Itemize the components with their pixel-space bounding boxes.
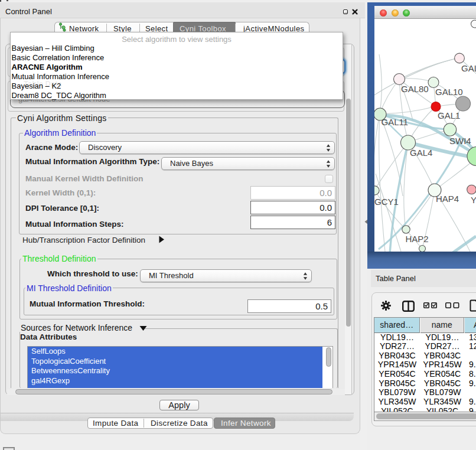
svg-text:Y: Y (471, 195, 476, 205)
svg-text:SWI4: SWI4 (449, 136, 471, 146)
svg-text:GCY1: GCY1 (374, 197, 399, 207)
svg-text:GAL1: GAL1 (438, 110, 460, 120)
svg-text:GAL7: GAL7 (461, 63, 476, 73)
svg-text:HAP2: HAP2 (406, 234, 429, 244)
svg-text:GAL10: GAL10 (435, 87, 463, 97)
svg-text:GAL11: GAL11 (382, 117, 409, 127)
svg-text:HAP4: HAP4 (436, 194, 459, 204)
svg-text:GAL4: GAL4 (410, 148, 432, 158)
svg-text:GAL80: GAL80 (401, 84, 429, 94)
